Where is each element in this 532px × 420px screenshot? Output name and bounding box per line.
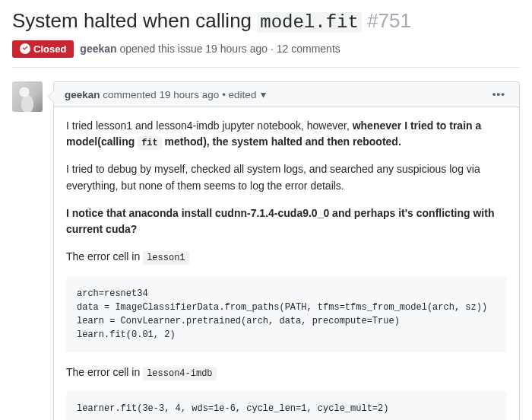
comment-header: geekan commented 19 hours ago • edited ▾… bbox=[54, 82, 519, 107]
inline-code: lesson1 bbox=[143, 251, 188, 265]
issue-meta-row: Closed geekan opened this issue 19 hours… bbox=[12, 40, 520, 68]
inline-code: fit bbox=[138, 136, 162, 150]
comment-actions-menu[interactable]: ••• bbox=[489, 88, 508, 100]
issue-author-link[interactable]: geekan bbox=[80, 43, 116, 55]
issue-title-text: System halted when calling bbox=[12, 9, 257, 32]
issue-meta-text: geekan opened this issue 19 hours ago · … bbox=[80, 43, 340, 55]
closed-icon bbox=[20, 43, 30, 54]
paragraph: I notice that anaconda install cudnn-7.1… bbox=[66, 205, 507, 238]
comment-box: geekan commented 19 hours ago • edited ▾… bbox=[53, 81, 520, 420]
code-block: arch=resnet34 data = ImageClassifierData… bbox=[66, 276, 507, 352]
avatar[interactable] bbox=[12, 81, 43, 112]
comment-body: I tried lesson1 and lesson4-imdb jupyter… bbox=[54, 107, 519, 420]
code-block: learner.fit(3e-3, 4, wds=1e-6, cycle_len… bbox=[66, 391, 507, 420]
paragraph: I tried lesson1 and lesson4-imdb jupyter… bbox=[66, 118, 507, 151]
comment-header-text: commented 19 hours ago • edited bbox=[100, 89, 260, 100]
state-badge-label: Closed bbox=[33, 43, 66, 55]
issue-opened-text: opened this issue 19 hours ago · 12 comm… bbox=[117, 43, 340, 55]
comment-author-link[interactable]: geekan bbox=[65, 89, 100, 100]
timeline: geekan commented 19 hours ago • edited ▾… bbox=[12, 81, 520, 420]
paragraph: I tried to debug by myself, checked all … bbox=[66, 161, 507, 194]
issue-header: System halted when calling model.fit #75… bbox=[12, 9, 520, 68]
state-badge-closed: Closed bbox=[12, 40, 74, 58]
inline-code: lesson4-imdb bbox=[143, 367, 216, 380]
code-label: The error cell in lesson4-imdb bbox=[66, 364, 507, 381]
code-label: The error cell in lesson1 bbox=[66, 249, 507, 266]
issue-title: System halted when calling model.fit #75… bbox=[12, 9, 520, 34]
issue-number: #751 bbox=[367, 9, 411, 32]
issue-title-code: model.fit bbox=[257, 12, 362, 33]
chevron-down-icon[interactable]: ▾ bbox=[261, 89, 266, 100]
